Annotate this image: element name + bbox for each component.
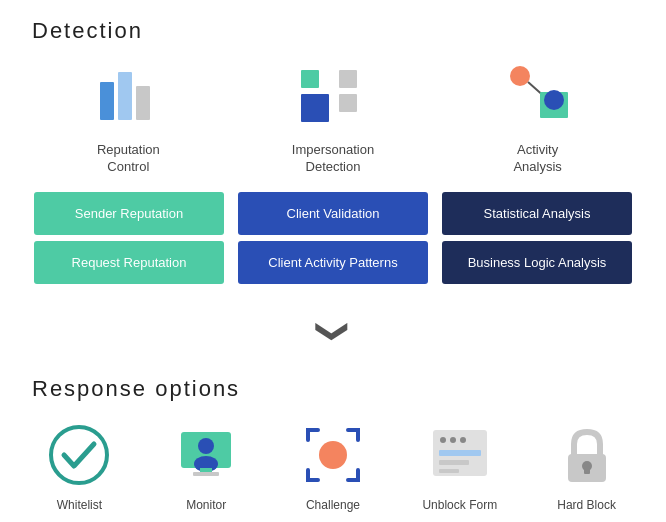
activity-analysis-block: ActivityAnalysis — [478, 54, 598, 176]
analysis-button-col: Statistical Analysis Business Logic Anal… — [442, 192, 632, 284]
unblock-form-label: Unblock Form — [422, 498, 497, 512]
impersonation-detection-icon — [293, 54, 373, 134]
svg-rect-2 — [136, 86, 150, 120]
color-bars-row — [16, 512, 650, 522]
hard-block-block: Hard Block — [537, 420, 637, 512]
impersonation-detection-block: ImpersonationDetection — [273, 54, 393, 176]
monitor-label: Monitor — [186, 498, 226, 512]
svg-rect-3 — [301, 94, 329, 122]
client-button-col: Client Validation Client Activity Patter… — [238, 192, 428, 284]
svg-rect-23 — [439, 460, 469, 465]
business-logic-analysis-button[interactable]: Business Logic Analysis — [442, 241, 632, 284]
svg-point-13 — [198, 438, 214, 454]
reputation-control-label: ReputationControl — [97, 142, 160, 176]
svg-rect-1 — [118, 72, 132, 120]
client-activity-patterns-button[interactable]: Client Activity Patterns — [238, 241, 428, 284]
svg-rect-5 — [339, 70, 357, 88]
svg-rect-0 — [100, 82, 114, 120]
svg-rect-27 — [584, 466, 590, 474]
statistical-analysis-button[interactable]: Statistical Analysis — [442, 192, 632, 235]
svg-point-19 — [440, 437, 446, 443]
svg-point-11 — [51, 427, 107, 483]
detection-title: Detection — [16, 0, 650, 54]
monitor-block: Monitor — [156, 420, 256, 512]
activity-analysis-icon — [498, 54, 578, 134]
svg-point-7 — [510, 66, 530, 86]
svg-rect-4 — [301, 70, 319, 88]
response-section: Response options Whitelist — [0, 358, 666, 522]
chevron-down-icon: ❯ — [314, 317, 352, 344]
detection-buttons: Sender Reputation Request Reputation Cli… — [16, 192, 650, 284]
detection-icons-row: ReputationControl ImpersonationDetection — [16, 54, 650, 176]
activity-analysis-label: ActivityAnalysis — [513, 142, 561, 176]
unblock-form-block: Unblock Form — [410, 420, 510, 512]
whitelist-icon — [44, 420, 114, 490]
reputation-control-block: ReputationControl — [68, 54, 188, 176]
challenge-label: Challenge — [306, 498, 360, 512]
svg-rect-16 — [193, 472, 219, 476]
svg-point-10 — [544, 90, 564, 110]
request-reputation-button[interactable]: Request Reputation — [34, 241, 224, 284]
response-title: Response options — [16, 358, 650, 412]
challenge-icon — [298, 420, 368, 490]
chevron-row: ❯ — [0, 294, 666, 358]
client-validation-button[interactable]: Client Validation — [238, 192, 428, 235]
hard-block-icon — [552, 420, 622, 490]
reputation-control-icon — [88, 54, 168, 134]
challenge-block: Challenge — [283, 420, 383, 512]
sender-reputation-button[interactable]: Sender Reputation — [34, 192, 224, 235]
monitor-icon — [171, 420, 241, 490]
response-icons-row: Whitelist Monitor — [16, 412, 650, 512]
svg-point-21 — [460, 437, 466, 443]
whitelist-label: Whitelist — [57, 498, 102, 512]
svg-point-20 — [450, 437, 456, 443]
svg-rect-24 — [439, 469, 459, 473]
whitelist-block: Whitelist — [29, 420, 129, 512]
svg-rect-6 — [339, 94, 357, 112]
reputation-button-col: Sender Reputation Request Reputation — [34, 192, 224, 284]
detection-section: Detection ReputationControl — [0, 0, 666, 294]
hard-block-label: Hard Block — [557, 498, 616, 512]
svg-point-17 — [319, 441, 347, 469]
unblock-form-icon — [425, 420, 495, 490]
impersonation-detection-label: ImpersonationDetection — [292, 142, 374, 176]
svg-rect-22 — [439, 450, 481, 456]
